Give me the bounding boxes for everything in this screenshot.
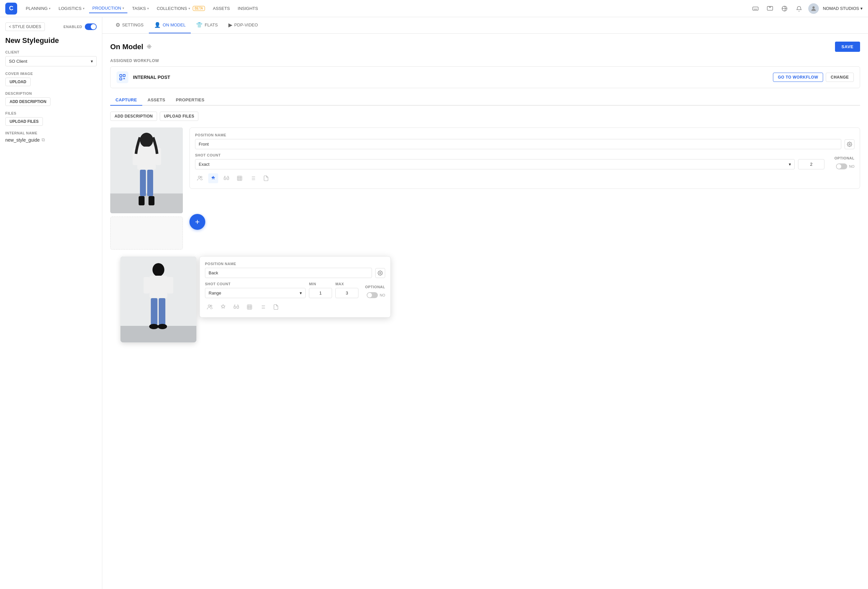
svg-rect-9: [110, 194, 183, 213]
upload-files-action-button[interactable]: UPLOAD FILES: [160, 112, 199, 121]
client-select[interactable]: SO Client ▾: [5, 56, 97, 67]
sidebar-header: < STYLE GUIDES ENABLED: [5, 22, 97, 31]
add-position-button[interactable]: +: [189, 214, 205, 230]
optional-toggle-back[interactable]: [367, 292, 378, 298]
svg-rect-16: [139, 196, 145, 205]
nav-assets[interactable]: ASSETS: [210, 4, 233, 13]
capture-tools-row-front: [195, 173, 855, 183]
add-description-action-button[interactable]: ADD DESCRIPTION: [110, 112, 157, 121]
group-tool-icon[interactable]: [195, 173, 205, 183]
svg-point-20: [201, 176, 202, 178]
shot-count-min-input[interactable]: [309, 288, 332, 298]
top-navigation: C PLANNING ▾ LOGISTICS ▾ PRODUCTION ▾ TA…: [0, 0, 868, 17]
binoculars-tool-icon-back[interactable]: [231, 302, 241, 312]
bell-icon[interactable]: [794, 3, 804, 14]
shot-count-type-group: SHOT COUNT Exact ▾: [195, 153, 795, 169]
nav-insights[interactable]: INSIGHTS: [234, 4, 261, 13]
upload-button[interactable]: UPLOAD: [5, 78, 31, 86]
position-name-row: [195, 139, 855, 149]
globe-icon[interactable]: [779, 3, 790, 14]
sub-tab-capture[interactable]: CAPTURE: [110, 95, 142, 106]
group-tool-icon-back[interactable]: [205, 302, 215, 312]
nav-tasks[interactable]: TASKS ▾: [129, 4, 152, 13]
binoculars-tool-icon[interactable]: [221, 173, 231, 183]
position-name-input-front[interactable]: [195, 139, 841, 149]
add-description-button[interactable]: ADD DESCRIPTION: [5, 98, 50, 106]
upload-files-button[interactable]: UPLOAD FILES: [5, 117, 43, 126]
workflow-card: INTERNAL POST GO TO WORKFLOW CHANGE: [110, 67, 860, 88]
sub-tab-properties[interactable]: PROPERTIES: [171, 95, 210, 106]
capture-tools-row-back: [205, 302, 385, 312]
optional-toggle-front[interactable]: [836, 163, 847, 169]
action-buttons: ADD DESCRIPTION UPLOAD FILES: [110, 112, 860, 121]
document-tool-icon-back[interactable]: [271, 302, 281, 312]
tab-pdp-video[interactable]: ▶ PDP-VIDEO: [223, 17, 263, 33]
list-tool-icon[interactable]: [248, 173, 258, 183]
toggle-container: ENABLED: [63, 24, 97, 30]
tab-settings[interactable]: ⚙ SETTINGS: [110, 17, 149, 33]
tab-flats[interactable]: 👕 FLATS: [191, 17, 223, 33]
nav-planning[interactable]: PLANNING ▾: [22, 4, 54, 13]
sub-tab-assets[interactable]: ASSETS: [142, 95, 171, 106]
chevron-down-icon: ▾: [861, 6, 863, 11]
sidebar: < STYLE GUIDES ENABLED New Styleguide CL…: [0, 17, 102, 589]
shot-count-max-group: MAX: [335, 282, 359, 298]
page-title: On Model ⁜: [110, 43, 152, 51]
shot-count-row-back: SHOT COUNT Range ▾ MIN MAX: [205, 282, 385, 298]
style-guides-button[interactable]: < STYLE GUIDES: [5, 22, 45, 31]
svg-point-39: [234, 307, 236, 309]
shot-count-type-select-front[interactable]: Exact ▾: [195, 159, 795, 169]
shot-count-type-select-back[interactable]: Range ▾: [205, 288, 306, 298]
toggle-knob: [837, 164, 841, 169]
enabled-toggle[interactable]: [85, 24, 97, 30]
top-tabs: ⚙ SETTINGS 👤 ON MODEL 👕 FLATS ▶ PDP-VIDE…: [102, 17, 868, 34]
keyboard-icon[interactable]: [750, 3, 761, 14]
chevron-down-icon: ▾: [300, 290, 302, 296]
shot-count-max-input[interactable]: [335, 288, 359, 298]
position-card-back: POSITION NAME SHOT COUNT: [199, 256, 391, 318]
internal-name-label: INTERNAL NAME: [5, 131, 97, 135]
svg-rect-31: [167, 277, 173, 293]
table-tool-icon[interactable]: [235, 173, 245, 183]
toggle-knob: [368, 293, 372, 297]
video-icon: ▶: [228, 22, 232, 28]
save-button[interactable]: SAVE: [835, 41, 860, 52]
page-header: On Model ⁜ SAVE: [110, 41, 860, 52]
position-settings-button[interactable]: [844, 139, 855, 149]
group-icon: ⁜: [146, 43, 152, 50]
position-name-input-back[interactable]: [205, 268, 372, 278]
svg-rect-30: [143, 277, 149, 293]
svg-point-21: [224, 178, 226, 180]
svg-point-40: [237, 307, 239, 309]
chevron-down-icon: ▾: [789, 162, 791, 167]
table-tool-icon-back[interactable]: [245, 302, 254, 312]
tab-on-model[interactable]: 👤 ON MODEL: [149, 17, 191, 33]
styleguide-title: New Styleguide: [5, 36, 97, 45]
document-tool-icon[interactable]: [261, 173, 271, 183]
app-logo[interactable]: C: [5, 3, 17, 15]
copy-icon[interactable]: ⧉: [41, 137, 45, 143]
nav-production[interactable]: PRODUCTION ▾: [89, 4, 127, 13]
list-tool-icon-back[interactable]: [258, 302, 268, 312]
nav-logistics[interactable]: LOGISTICS ▾: [55, 4, 87, 13]
change-workflow-button[interactable]: CHANGE: [826, 73, 854, 82]
position-card-front: POSITION NAME: [189, 127, 860, 189]
svg-rect-6: [120, 78, 122, 80]
verified-tool-icon[interactable]: [208, 173, 218, 183]
message-icon[interactable]: [765, 3, 775, 14]
position-cards-column: POSITION NAME: [189, 127, 860, 250]
chevron-down-icon: ▾: [189, 7, 190, 10]
optional-group-back: OPTIONAL NO: [365, 285, 385, 298]
avatar[interactable]: [808, 3, 819, 14]
nav-collections[interactable]: COLLECTIONS ▾ BETA: [154, 4, 208, 13]
user-name[interactable]: NOMAD STUDIOS ▾: [823, 6, 863, 11]
shot-count-input-front[interactable]: [798, 159, 824, 169]
sub-tabs: CAPTURE ASSETS PROPERTIES: [110, 95, 860, 106]
verified-tool-icon-back[interactable]: [218, 302, 228, 312]
goto-workflow-button[interactable]: GO TO WORKFLOW: [773, 73, 823, 82]
position-settings-button-back[interactable]: [375, 268, 385, 278]
svg-point-35: [158, 324, 167, 329]
cover-image-field-group: COVER IMAGE UPLOAD: [5, 72, 97, 86]
content-area: ⚙ SETTINGS 👤 ON MODEL 👕 FLATS ▶ PDP-VIDE…: [102, 17, 868, 589]
svg-point-18: [849, 144, 850, 145]
